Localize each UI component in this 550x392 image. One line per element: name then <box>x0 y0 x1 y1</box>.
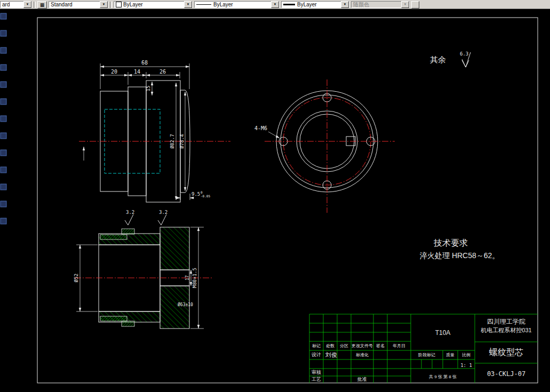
lineweight-value: ByLayer <box>297 2 317 7</box>
tb-standard-label: 标准化 <box>356 353 369 357</box>
dim-od-82-7: Ø82.7 <box>170 134 175 148</box>
dim-thread: M80×1.5 <box>192 268 197 288</box>
tool-icon[interactable] <box>1 150 6 156</box>
finish-3-2-b: 3.2 <box>159 210 168 215</box>
tb-header-3: 更改文件号 <box>352 343 373 348</box>
dim-14: 14 <box>134 69 140 75</box>
dim-9-5: 9.5 <box>192 191 200 197</box>
chevron-down-icon[interactable]: ▼ <box>23 1 31 8</box>
dim-20: 20 <box>111 69 117 75</box>
plotstyle-control-dropdown[interactable]: 随颜色 ▼ <box>351 1 410 8</box>
insert-screw-bottom <box>122 321 134 326</box>
style-manager-button[interactable]: ▦ <box>37 1 47 9</box>
tech-requirements-body: 淬火处理 HRC58～62。 <box>419 251 499 260</box>
tb-sheet-info: 共 9 张 第 8 张 <box>429 374 457 379</box>
tb-designer-name: 刘俊 <box>325 351 337 358</box>
plotstyle-value: 随颜色 <box>353 1 369 9</box>
side-view[interactable]: 68 20 14 26 15 Ø82.7 Ø78.4 9.5 0 -0.05 <box>79 60 230 202</box>
toolbar-separator <box>110 2 112 8</box>
linetype-control-dropdown[interactable]: ByLayer ▼ <box>194 1 280 8</box>
tb-org-line2: 机电工程系材控031 <box>481 327 531 333</box>
tool-icon[interactable] <box>1 133 6 139</box>
rest-roughness-value: 6.3 <box>460 51 468 57</box>
tool-icon[interactable] <box>1 116 6 122</box>
dimstyle-dropdown[interactable]: ard ▼ <box>0 1 32 8</box>
dim-68: 68 <box>141 60 148 66</box>
color-swatch-icon <box>116 2 122 7</box>
tb-header-5: 年月日 <box>393 343 405 348</box>
title-block[interactable]: 标记 处数 分区 更改文件号 签名 年月日 设计 刘俊 标准化 审核 工艺 批准… <box>309 314 538 383</box>
dim-bore: Ø52 <box>74 274 79 282</box>
chevron-down-icon[interactable]: ▼ <box>271 1 279 8</box>
tb-header-1: 处数 <box>326 343 334 348</box>
tb-check-label: 审核 <box>312 370 321 375</box>
tool-icon[interactable] <box>1 184 6 190</box>
finish-3-2-a: 3.2 <box>126 210 134 215</box>
tb-material: T10A <box>435 329 451 337</box>
chevron-down-icon: ▼ <box>401 1 409 8</box>
tool-icon[interactable] <box>1 201 6 207</box>
tb-approve-label: 批准 <box>357 377 367 382</box>
dim-26: 26 <box>160 69 166 75</box>
tool-icon[interactable] <box>1 99 6 105</box>
tb-scale-value: 1: 1 <box>460 363 472 368</box>
docked-left-toolbar[interactable] <box>1 13 6 224</box>
rest-label: 其余 <box>430 55 446 64</box>
tb-process-label: 工艺 <box>312 377 321 382</box>
dim-17: 17 <box>185 275 190 281</box>
tool-icon[interactable] <box>1 13 6 19</box>
leader-line <box>268 132 280 138</box>
tool-icon[interactable] <box>1 167 6 173</box>
front-view[interactable]: 4-M6 <box>254 79 395 213</box>
linetype-icon <box>196 4 211 5</box>
lineweight-icon <box>283 4 295 5</box>
tb-part-name: 螺纹型芯 <box>489 348 523 357</box>
text-style-value: Standard <box>51 2 73 7</box>
grid-sheet-icon: ▦ <box>40 2 45 7</box>
insert-plate-bottom <box>100 316 127 321</box>
insert-screw-top <box>122 229 134 234</box>
chevron-down-icon[interactable]: ▼ <box>100 1 108 8</box>
tb-scale-label: 比例 <box>462 353 471 357</box>
tool-icon[interactable] <box>1 30 6 36</box>
section-view[interactable]: Ø52 M80×1.5 17 Ø63±10 3.2 3.2 <box>74 210 213 329</box>
color-control-dropdown[interactable]: ByLayer ▼ <box>114 1 193 8</box>
tb-header-0: 标记 <box>312 343 321 348</box>
lineweight-control-dropdown[interactable]: ByLayer ▼ <box>281 1 349 8</box>
tb-stage-label: 阶段标记 <box>418 353 435 357</box>
dim-od-78-4: Ø78.4 <box>179 134 185 148</box>
chevron-down-icon[interactable]: ▼ <box>341 1 349 8</box>
tool-icon[interactable] <box>1 65 6 70</box>
drawing-canvas[interactable]: 68 20 14 26 15 Ø82.7 Ø78.4 9.5 0 -0.05 <box>0 9 550 392</box>
top-toolbar: ard ▼ ▦ Standard ▼ ByLayer ▼ ByLayer ▼ B… <box>0 0 550 9</box>
tb-drawing-number: 03-CKLJ-07 <box>487 370 525 378</box>
tech-requirements-title: 技术要求 <box>433 238 468 247</box>
linetype-value: ByLayer <box>213 2 233 7</box>
tool-icon[interactable] <box>1 82 6 87</box>
tb-weight-label: 质量 <box>446 353 455 357</box>
toolbar-separator <box>34 2 36 8</box>
chevron-down-icon[interactable]: ▼ <box>184 1 192 8</box>
toolbar-extra-button[interactable] <box>411 1 419 9</box>
bore-outline <box>99 245 160 311</box>
insert-plate-top <box>100 235 127 239</box>
tool-icon[interactable] <box>1 218 6 224</box>
tb-org-line1: 四川理工学院 <box>487 318 525 325</box>
tb-design-label: 设计 <box>312 352 321 357</box>
dim-hole: Ø63±10 <box>178 302 193 307</box>
color-value: ByLayer <box>123 2 143 7</box>
text-style-dropdown[interactable]: Standard ▼ <box>49 1 108 8</box>
annotations[interactable]: 其余 6.3 技术要求 淬火处理 HRC58～62。 <box>419 51 499 260</box>
tool-icon[interactable] <box>1 47 6 53</box>
tb-header-4: 签名 <box>376 343 385 348</box>
hole-callout: 4-M6 <box>254 125 267 131</box>
dim-9-5-tol-dn: -0.05 <box>201 194 210 198</box>
dimstyle-value: ard <box>2 2 10 7</box>
tb-header-2: 分区 <box>340 343 348 348</box>
dim-9-5-tol-up: 0 <box>201 190 203 194</box>
